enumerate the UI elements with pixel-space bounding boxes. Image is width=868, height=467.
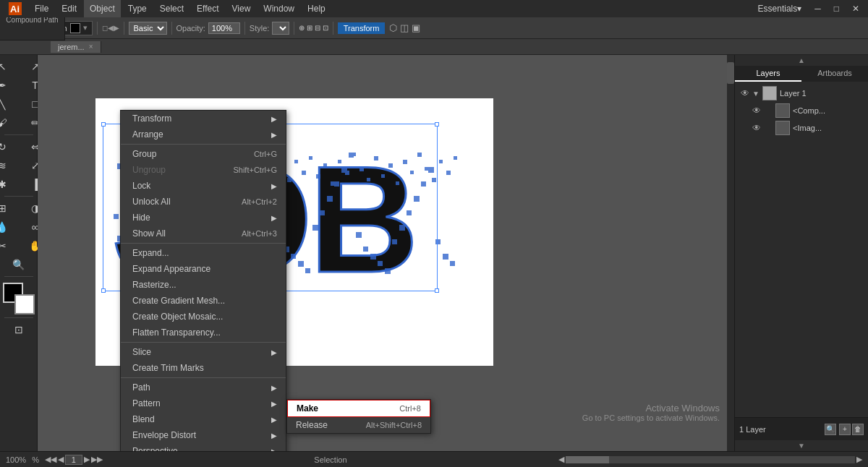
close-button[interactable]: ✕: [846, 0, 865, 17]
toolbar-sep-3: [4, 276, 33, 277]
pen-tool[interactable]: ✒: [0, 77, 18, 94]
handle-bl[interactable]: [101, 288, 106, 293]
paint-brush-tool[interactable]: 🖌: [0, 114, 18, 132]
menu-object[interactable]: Object: [84, 0, 121, 17]
line-tool[interactable]: ╲: [0, 95, 18, 113]
zoom-tool[interactable]: 🔍: [3, 256, 35, 273]
menu-window[interactable]: Window: [258, 0, 300, 17]
opacity-label: Opacity:: [176, 24, 205, 33]
menu-pattern[interactable]: Pattern▶: [121, 395, 286, 411]
layer-count: 1 Layer: [739, 425, 766, 434]
tab-close-button[interactable]: ×: [89, 43, 93, 51]
layer-1-expand[interactable]: ▼: [752, 90, 760, 98]
mesh-tool[interactable]: ⊞: [0, 200, 18, 217]
scroll-up-arrow[interactable]: ▲: [735, 55, 868, 66]
menu-arrange[interactable]: Arrange▶: [121, 127, 286, 142]
essentials-dropdown[interactable]: Essentials ▾: [752, 0, 808, 17]
menu-help[interactable]: Help: [302, 0, 331, 17]
layers-tab[interactable]: Layers: [735, 66, 801, 82]
menu-flatten[interactable]: Flatten Transparency...: [121, 325, 286, 340]
transform-button[interactable]: Transform: [338, 22, 386, 34]
menu-blend[interactable]: Blend▶: [121, 411, 286, 427]
separator-4: [244, 22, 245, 35]
submenu-release[interactable]: Release Alt+Shift+Ctrl+8: [287, 417, 430, 433]
menu-expand[interactable]: Expand...: [121, 245, 286, 261]
toolbar-sep-4: [4, 317, 33, 318]
menu-hide[interactable]: Hide▶: [121, 210, 286, 226]
search-icon[interactable]: 🔍: [825, 424, 836, 435]
comp-layer-thumb: [775, 103, 790, 118]
comp-layer-eye[interactable]: 👁: [752, 106, 761, 116]
hscroll-thumb[interactable]: [566, 456, 609, 463]
menu-view[interactable]: View: [226, 0, 257, 17]
menu-slice[interactable]: Slice▶: [121, 344, 286, 360]
menu-type[interactable]: Type: [122, 0, 153, 17]
mode-select[interactable]: Basic: [129, 22, 167, 35]
imag-layer-eye[interactable]: 👁: [752, 123, 761, 133]
hscroll-track[interactable]: [566, 456, 855, 463]
object-menu-dropdown: Transform▶ Arrange▶ GroupCtrl+G UngroupS…: [120, 110, 286, 451]
rotate-tool[interactable]: ↻: [0, 138, 18, 155]
arrange-icons[interactable]: ⊕ ⊞ ⊟ ⊡: [299, 24, 328, 32]
bottom-right-nav: ◀ ▶: [558, 455, 862, 464]
document-tab[interactable]: jerem... ×: [51, 41, 101, 53]
menu-select[interactable]: Select: [154, 0, 190, 17]
stroke-selector[interactable]: ◻◀▶: [102, 24, 119, 32]
stroke-color[interactable]: [14, 294, 35, 314]
handle-tr[interactable]: [435, 122, 439, 127]
menu-perspective[interactable]: Perspective▶: [121, 443, 286, 451]
tab-name: jerem...: [58, 43, 85, 51]
comp-layer-name: <Comp...: [793, 106, 825, 115]
color-selector[interactable]: [3, 283, 35, 314]
scissors-tool[interactable]: ✂: [0, 237, 18, 254]
tab-bar: jerem... ×: [0, 39, 868, 55]
svg-rect-92: [446, 171, 451, 175]
menu-rasterize[interactable]: Rasterize...: [121, 277, 286, 293]
handle-br[interactable]: [435, 288, 439, 293]
menu-logo[interactable]: Ai: [3, 0, 27, 17]
vscroll-thumb[interactable]: [727, 62, 734, 84]
menu-gradient-mesh[interactable]: Create Gradient Mesh...: [121, 293, 286, 309]
page-input[interactable]: [65, 455, 82, 465]
maximize-button[interactable]: □: [828, 0, 845, 17]
canvas-vscroll[interactable]: [727, 55, 734, 451]
artboards-tab[interactable]: Artboards: [801, 66, 868, 82]
menu-file[interactable]: File: [29, 0, 54, 17]
comp-layer-row[interactable]: 👁 <Comp...: [738, 102, 865, 119]
menu-group[interactable]: GroupCtrl+G: [121, 146, 286, 162]
layer-1-eye[interactable]: 👁: [741, 88, 749, 98]
right-panel: ▲ Layers Artboards 👁 ▼ Layer 1 👁 <Comp..…: [734, 55, 868, 451]
delete-layer-button[interactable]: 🗑: [852, 424, 864, 435]
eyedropper-tool[interactable]: 💧: [0, 218, 18, 236]
handle-tl[interactable]: [101, 122, 106, 127]
canvas-area[interactable]: JOB: [38, 55, 734, 451]
transform-icons: ⬡ ◫ ▣: [389, 22, 420, 33]
layer-1-row[interactable]: 👁 ▼ Layer 1: [738, 85, 865, 102]
minimize-button[interactable]: ─: [809, 0, 827, 17]
imag-layer-row[interactable]: 👁 <Imag...: [738, 119, 865, 137]
warp-tool[interactable]: ≋: [0, 157, 18, 174]
scroll-down-arrow[interactable]: ▼: [735, 440, 868, 451]
menu-effect[interactable]: Effect: [191, 0, 224, 17]
symbol-tool[interactable]: ✱: [0, 176, 18, 193]
menu-edit[interactable]: Edit: [56, 0, 82, 17]
style-select[interactable]: ▪: [272, 22, 289, 35]
new-layer-button[interactable]: +: [839, 424, 851, 435]
menu-transform[interactable]: Transform▶: [121, 111, 286, 127]
menu-path[interactable]: Path▶: [121, 380, 286, 395]
zoom-level: 100%: [6, 455, 26, 464]
menu-ungroup: UngroupShift+Ctrl+G: [121, 162, 286, 178]
menu-envelope-distort[interactable]: Envelope Distort▶: [121, 427, 286, 443]
selection-tool[interactable]: ↖: [0, 58, 18, 75]
menu-expand-appearance[interactable]: Expand Appearance: [121, 261, 286, 277]
svg-rect-97: [443, 254, 448, 260]
menu-object-mosaic[interactable]: Create Object Mosaic...: [121, 309, 286, 325]
menu-lock[interactable]: Lock▶: [121, 178, 286, 194]
menu-unlock-all[interactable]: Unlock AllAlt+Ctrl+2: [121, 194, 286, 210]
submenu-make[interactable]: Make Ctrl+8: [287, 400, 430, 417]
compound-path-submenu: Make Ctrl+8 Release Alt+Shift+Ctrl+8: [286, 399, 431, 434]
opacity-input[interactable]: [208, 22, 240, 34]
normal-screen-tool[interactable]: ⊡: [3, 321, 35, 338]
menu-create-trim-marks[interactable]: Create Trim Marks: [121, 360, 286, 376]
menu-show-all[interactable]: Show AllAlt+Ctrl+3: [121, 226, 286, 241]
